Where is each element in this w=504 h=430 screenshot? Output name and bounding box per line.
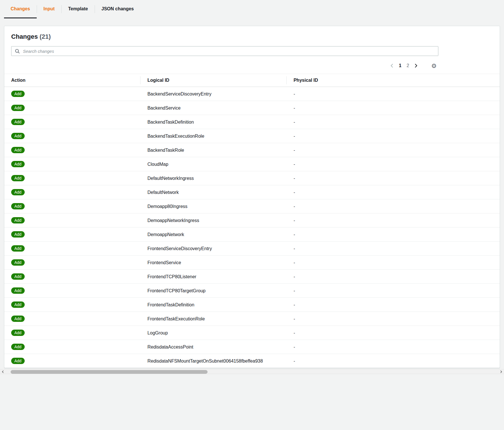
table-row: Add DemoappNetwork - (4, 227, 500, 242)
tab-bar: Changes Input Template JSON changes (0, 0, 504, 18)
scroll-left-button[interactable] (0, 369, 6, 374)
action-badge: Add (11, 287, 25, 294)
logical-id-cell: DefaultNetworkIngress (140, 171, 287, 185)
action-badge: Add (11, 330, 25, 336)
logical-id-cell: RedisdataAccessPoint (140, 340, 287, 354)
page-title: Changes (21) (11, 33, 493, 40)
chevron-right-icon (414, 63, 418, 68)
logical-id-cell: BackendTaskExecutionRole (140, 129, 287, 143)
table-row: Add BackendTaskRole - (4, 143, 500, 157)
search-icon (15, 49, 20, 54)
table-row: Add FrontendServiceDiscoveryEntry - (4, 242, 500, 256)
physical-id-cell: - (287, 115, 500, 129)
next-page-button[interactable] (412, 62, 420, 69)
physical-id-cell: - (287, 199, 500, 213)
physical-id-cell: - (287, 270, 500, 284)
table-row: Add Demoapp80Ingress - (4, 199, 500, 213)
search-input[interactable] (11, 46, 438, 56)
action-badge: Add (11, 203, 25, 209)
physical-id-cell: - (287, 185, 500, 199)
action-badge: Add (11, 147, 25, 153)
scrollbar-thumb[interactable] (11, 370, 208, 374)
logical-id-cell: FrontendTCP80TargetGroup (140, 284, 287, 298)
search-box (11, 46, 438, 56)
action-badge: Add (11, 119, 25, 125)
physical-id-cell: - (287, 129, 500, 143)
table-row: Add BackendServiceDiscoveryEntry - (4, 87, 500, 101)
action-badge: Add (11, 217, 25, 223)
logical-id-cell: Demoapp80Ingress (140, 199, 287, 213)
settings-button[interactable]: ⚙ (429, 63, 438, 69)
table-row: Add LogGroup - (4, 326, 500, 340)
tab-input[interactable]: Input (37, 0, 61, 18)
table-row: Add FrontendTCP80Listener - (4, 270, 500, 284)
gear-icon: ⚙ (431, 63, 437, 69)
table-row: Add FrontendTaskDefinition - (4, 298, 500, 312)
action-badge: Add (11, 91, 25, 97)
physical-id-cell: - (287, 312, 500, 326)
logical-id-cell: BackendServiceDiscoveryEntry (140, 87, 287, 101)
physical-id-cell: - (287, 326, 500, 340)
previous-page-button[interactable] (388, 62, 396, 69)
changes-panel: Changes (21) 1 2 (4, 26, 500, 368)
logical-id-cell: DemoappNetwork (140, 227, 287, 242)
table-row: Add FrontendTaskExecutionRole - (4, 312, 500, 326)
table-row: Add BackendTaskDefinition - (4, 115, 500, 129)
action-badge: Add (11, 301, 25, 308)
table-row: Add BackendService - (4, 101, 500, 115)
logical-id-cell: DefaultNetwork (140, 185, 287, 199)
scroll-right-button[interactable] (498, 369, 504, 374)
physical-id-cell: - (287, 256, 500, 270)
table-row: Add FrontendTCP80TargetGroup - (4, 284, 500, 298)
horizontal-scrollbar (0, 369, 504, 374)
physical-id-cell: - (287, 143, 500, 157)
tab-changes[interactable]: Changes (4, 0, 37, 18)
logical-id-cell: FrontendServiceDiscoveryEntry (140, 242, 287, 256)
action-badge: Add (11, 316, 25, 322)
action-badge: Add (11, 161, 25, 167)
action-badge: Add (11, 273, 25, 280)
logical-id-cell: RedisdataNFSMountTargetOnSubnet0064158fb… (140, 354, 287, 368)
table-row: Add BackendTaskExecutionRole - (4, 129, 500, 143)
physical-id-cell: - (287, 298, 500, 312)
page-2-button[interactable]: 2 (404, 62, 412, 69)
logical-id-cell: FrontendTaskExecutionRole (140, 312, 287, 326)
table-row: Add DefaultNetwork - (4, 185, 500, 199)
table-row: Add RedisdataAccessPoint - (4, 340, 500, 354)
logical-id-cell: BackendTaskRole (140, 143, 287, 157)
action-badge: Add (11, 344, 25, 350)
panel-header: Changes (21) 1 2 (4, 26, 500, 74)
logical-id-cell: FrontendTCP80Listener (140, 270, 287, 284)
logical-id-cell: DemoappNetworkIngress (140, 213, 287, 227)
physical-id-cell: - (287, 213, 500, 227)
action-badge: Add (11, 133, 25, 139)
table-header: Action Logical ID Physical ID (4, 74, 500, 87)
table-row: Add DemoappNetworkIngress - (4, 213, 500, 227)
physical-id-cell: - (287, 227, 500, 242)
logical-id-cell: LogGroup (140, 326, 287, 340)
column-header-logical-id: Logical ID (140, 74, 287, 87)
column-header-action: Action (4, 74, 140, 87)
tab-json-changes[interactable]: JSON changes (95, 0, 140, 18)
page-1-button[interactable]: 1 (396, 62, 404, 69)
column-header-physical-id: Physical ID (287, 74, 500, 87)
action-badge: Add (11, 189, 25, 195)
logical-id-cell: FrontendTaskDefinition (140, 298, 287, 312)
physical-id-cell: - (287, 157, 500, 171)
physical-id-cell: - (287, 242, 500, 256)
scrollbar-track[interactable] (6, 369, 498, 374)
logical-id-cell: CloudMap (140, 157, 287, 171)
table-row: Add DefaultNetworkIngress - (4, 171, 500, 185)
physical-id-cell: - (287, 340, 500, 354)
changes-count: (21) (40, 33, 51, 40)
table-row: Add FrontendService - (4, 256, 500, 270)
physical-id-cell: - (287, 354, 500, 368)
physical-id-cell: - (287, 87, 500, 101)
action-badge: Add (11, 175, 25, 181)
action-badge: Add (11, 105, 25, 111)
page-title-text: Changes (11, 33, 38, 40)
action-badge: Add (11, 245, 25, 252)
physical-id-cell: - (287, 284, 500, 298)
changes-table: Action Logical ID Physical ID Add Backen… (4, 74, 500, 368)
tab-template[interactable]: Template (62, 0, 95, 18)
